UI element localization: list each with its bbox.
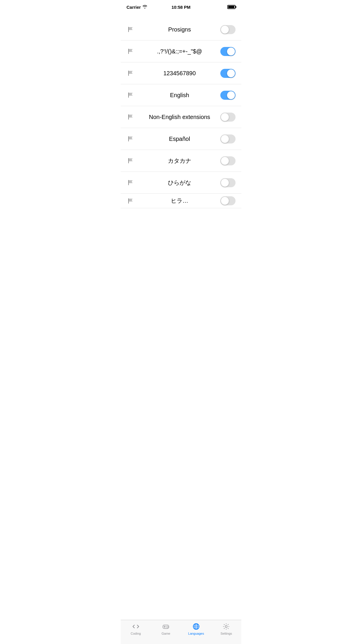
toggle-prosigns[interactable] — [220, 25, 236, 34]
battery-indicator — [227, 5, 236, 9]
list-item-partial: ヒラ… — [121, 194, 241, 208]
list-item-prosigns: Prosigns — [121, 19, 241, 41]
toggle-partial[interactable] — [220, 196, 236, 205]
list-item-espanol: Español — [121, 128, 241, 150]
content-area: Prosigns .,?'!/()&:;=+-_"$@ — [121, 13, 241, 208]
flag-icon-non-english — [126, 113, 135, 121]
toggle-wrapper-numbers — [218, 69, 236, 78]
list-item-hiragana: ひらがな — [121, 172, 241, 194]
list-item-punctuation: .,?'!/()&:;=+-_"$@ — [121, 41, 241, 62]
item-label-katakana: カタカナ — [141, 157, 218, 165]
toggle-wrapper-english — [218, 91, 236, 100]
item-label-numbers: 1234567890 — [141, 70, 218, 77]
list-item-non-english: Non-English extensions — [121, 106, 241, 128]
toggle-wrapper-punctuation — [218, 47, 236, 56]
flag-icon-english — [126, 91, 135, 99]
carrier-label: Carrier — [126, 5, 141, 10]
flag-icon-hiragana — [126, 178, 135, 187]
item-label-partial: ヒラ… — [141, 197, 218, 205]
flag-icon-punctuation — [126, 47, 135, 56]
battery-icon — [227, 5, 236, 9]
item-label-hiragana: ひらがな — [141, 179, 218, 187]
toggle-wrapper-partial — [218, 196, 236, 205]
flag-icon-partial — [126, 197, 135, 205]
flag-icon-katakana — [126, 156, 135, 165]
flag-icon-numbers — [126, 69, 135, 78]
toggle-english[interactable] — [220, 91, 236, 100]
toggle-non-english[interactable] — [220, 113, 236, 122]
item-label-prosigns: Prosigns — [141, 26, 218, 33]
toggle-wrapper-non-english — [218, 113, 236, 122]
toggle-wrapper-katakana — [218, 156, 236, 165]
toggle-punctuation[interactable] — [220, 47, 236, 56]
toggle-numbers[interactable] — [220, 69, 236, 78]
toggle-wrapper-prosigns — [218, 25, 236, 34]
item-label-punctuation: .,?'!/()&:;=+-_"$@ — [141, 48, 218, 55]
toggle-hiragana[interactable] — [220, 178, 236, 187]
list-item-english: English — [121, 84, 241, 106]
list-item-numbers: 1234567890 — [121, 62, 241, 84]
carrier-info: Carrier — [126, 5, 147, 10]
flag-icon-prosigns — [126, 25, 135, 34]
wifi-icon — [143, 5, 147, 9]
toggle-katakana[interactable] — [220, 156, 236, 165]
flag-icon-espanol — [126, 134, 135, 143]
status-time: 10:58 PM — [171, 5, 190, 10]
toggle-espanol[interactable] — [220, 134, 236, 144]
item-label-espanol: Español — [141, 136, 218, 142]
item-label-non-english: Non-English extensions — [141, 114, 218, 120]
toggle-wrapper-espanol — [218, 134, 236, 144]
toggle-wrapper-hiragana — [218, 178, 236, 187]
list-item-katakana: カタカナ — [121, 150, 241, 172]
item-label-english: English — [141, 92, 218, 99]
status-bar: Carrier 10:58 PM — [121, 0, 241, 13]
